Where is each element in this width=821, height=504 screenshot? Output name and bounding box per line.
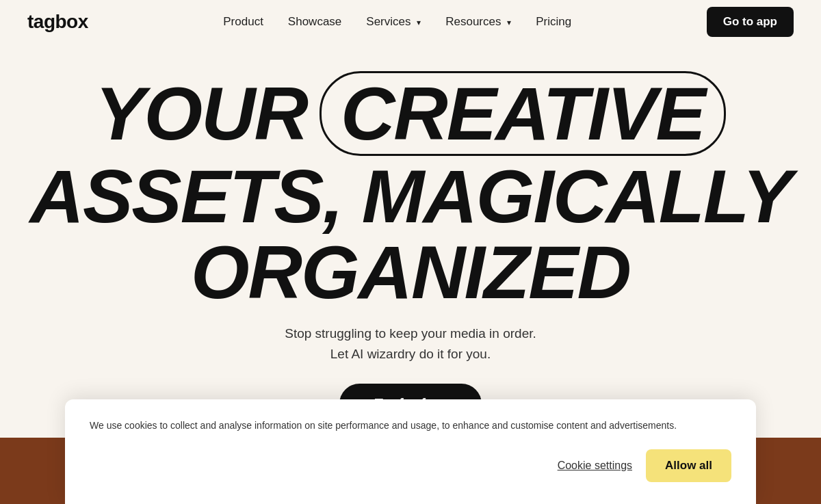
hero-title: YOUR CREATIVE ASSETS, MAGICALLY ORGANIZE… xyxy=(14,71,807,308)
allow-all-button[interactable]: Allow all xyxy=(646,449,731,482)
logo[interactable]: tagbox xyxy=(27,11,88,33)
nav-link-resources[interactable]: Resources ▾ xyxy=(445,15,511,28)
nav-link-product[interactable]: Product xyxy=(223,15,263,28)
hero-subtitle-line1: Stop struggling to keep your media in or… xyxy=(285,326,536,341)
cookie-banner: We use cookies to collect and analyse in… xyxy=(65,399,756,504)
nav-item-pricing[interactable]: Pricing xyxy=(536,15,571,29)
hero-subtitle: Stop struggling to keep your media in or… xyxy=(14,323,807,365)
hero-section: YOUR CREATIVE ASSETS, MAGICALLY ORGANIZE… xyxy=(0,44,821,438)
cookie-message: We use cookies to collect and analyse in… xyxy=(90,419,705,433)
cookie-settings-button[interactable]: Cookie settings xyxy=(558,460,632,472)
cookie-actions: Cookie settings Allow all xyxy=(90,449,731,482)
chevron-down-icon: ▾ xyxy=(507,18,511,27)
hero-your-text: YOUR xyxy=(95,76,307,151)
hero-line3: ORGANIZED xyxy=(14,237,807,308)
hero-creative-boxed: CREATIVE xyxy=(320,71,726,156)
nav-link-pricing[interactable]: Pricing xyxy=(536,15,571,28)
strip-col-1 xyxy=(0,438,29,504)
chevron-down-icon: ▾ xyxy=(417,18,421,27)
go-to-app-button[interactable]: Go to app xyxy=(707,7,794,37)
nav-item-services[interactable]: Services ▾ xyxy=(366,15,421,29)
hero-line2: ASSETS, MAGICALLY xyxy=(14,159,807,234)
navbar: tagbox Product Showcase Services ▾ Resou… xyxy=(0,0,821,44)
strip-img-1a xyxy=(0,438,29,504)
nav-link-services[interactable]: Services ▾ xyxy=(366,15,421,28)
nav-item-product[interactable]: Product xyxy=(223,15,263,29)
nav-item-showcase[interactable]: Showcase xyxy=(288,15,341,29)
nav-link-showcase[interactable]: Showcase xyxy=(288,15,341,28)
nav-item-resources[interactable]: Resources ▾ xyxy=(445,15,511,29)
hero-subtitle-line2: Let AI wizardry do it for you. xyxy=(330,347,491,361)
nav-links: Product Showcase Services ▾ Resources ▾ … xyxy=(223,15,571,29)
